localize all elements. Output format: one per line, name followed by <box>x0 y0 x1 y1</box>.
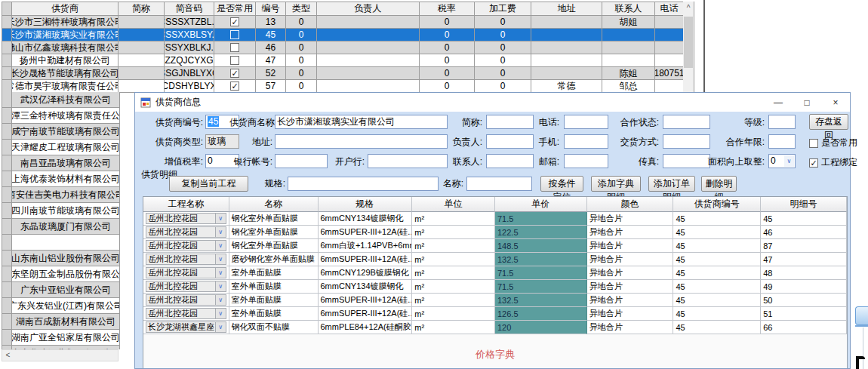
grid-cell[interactable]: 45 <box>673 307 761 321</box>
grid-cell[interactable]: 120 <box>495 321 587 334</box>
grid-cell[interactable]: m² <box>412 253 495 266</box>
project-combobox[interactable]: 岳州北控花园∨ <box>146 308 226 319</box>
list-item[interactable]: 广东兴发铝业(江西)有限公司 <box>2 298 120 314</box>
column-header[interactable]: 税率 <box>420 2 475 16</box>
spec-filter-field[interactable] <box>288 177 439 191</box>
column-header[interactable]: 是否常用 <box>214 2 256 16</box>
grid-row[interactable]: 岳州北控花园∨钢化室外单面贴膜6mm白玻+1.14PVB+6mm...m²148… <box>143 239 847 253</box>
project-bind-checkbox[interactable]: ✓ 工程绑定 <box>809 156 857 169</box>
list-item[interactable]: 湘潭三金特种玻璃有限责任公司 <box>2 108 120 124</box>
list-item[interactable]: 湖南广亚全铝家居有限公司 <box>2 330 120 346</box>
project-combobox[interactable]: 长沙龙湖祺鑫星座∨ <box>146 321 226 333</box>
chevron-down-icon[interactable]: ∨ <box>216 254 226 265</box>
list-item[interactable]: 湖南百成新材料有限公司 <box>2 314 120 330</box>
name-filter-field[interactable] <box>466 177 532 191</box>
grid-row[interactable]: 岳州北控花园∨室外单面贴膜6mmSUPER-III+12A(硅...m²132.… <box>143 294 847 307</box>
add-order-detail-button[interactable]: 添加订单明细 <box>648 176 695 192</box>
column-header[interactable]: 供货商 <box>12 2 119 16</box>
grid-cell[interactable]: m² <box>412 321 495 334</box>
grid-cell[interactable]: 87 <box>761 239 847 253</box>
grid-cell[interactable]: 钢化室外单面贴膜 <box>229 239 319 253</box>
list-item[interactable]: 广东坚朗五金制品股份有限公司 <box>2 266 120 282</box>
grid-cell[interactable]: 异地合片 <box>587 212 674 226</box>
common-use-checkbox[interactable] <box>230 56 239 65</box>
grid-cell[interactable]: 48 <box>761 266 847 280</box>
grid-cell[interactable]: 148.5 <box>495 239 587 253</box>
column-header[interactable]: 类型 <box>286 2 317 16</box>
grid-cell[interactable]: 126.5 <box>495 307 587 321</box>
dialog-titlebar[interactable]: 供货商信息 — □ × <box>135 93 850 112</box>
common-use-checkbox[interactable] <box>230 43 239 52</box>
grid-cell[interactable]: 122.5 <box>495 226 587 239</box>
minimize-button[interactable]: — <box>764 93 793 112</box>
grid-cell[interactable]: 132.5 <box>495 253 587 266</box>
grid-column-header[interactable]: 颜色 <box>587 197 674 212</box>
list-item[interactable]: 四川南玻节能玻璃有限公司 <box>2 203 120 219</box>
grid-row[interactable]: 岳州北控花园∨磨砂钢化室外单面贴膜6mmSUPER-III+12A(硅...m²… <box>143 253 847 266</box>
close-button[interactable]: × <box>821 93 850 112</box>
grid-cell[interactable]: 异地合片 <box>587 226 674 239</box>
grid-cell[interactable]: 45 <box>761 212 847 226</box>
list-item[interactable]: 广东中亚铝业有限公司 <box>2 282 120 298</box>
grid-cell[interactable]: 6mmCNY134镀膜钢化 <box>319 280 413 294</box>
vertical-scrollbar[interactable]: ^ <box>683 2 694 92</box>
project-combobox[interactable]: 岳州北控花园∨ <box>146 226 226 238</box>
grid-cell[interactable]: 岳州北控花园∨ <box>143 226 229 239</box>
chevron-down-icon[interactable]: ∨ <box>216 226 226 238</box>
copy-current-project-button[interactable]: 复制当前工程 <box>169 176 248 192</box>
grid-cell[interactable]: 45 <box>673 280 761 294</box>
chevron-down-icon[interactable]: ∨ <box>216 294 226 306</box>
column-header[interactable]: 简音码 <box>165 2 214 16</box>
grid-cell[interactable]: 岳州北控花园∨ <box>143 307 229 321</box>
column-header[interactable]: 负责人 <box>317 2 420 16</box>
grid-cell[interactable]: 45 <box>673 253 761 266</box>
common-use-checkbox[interactable]: ✓ <box>230 69 239 78</box>
grid-cell[interactable]: 71.5 <box>495 266 587 280</box>
list-item[interactable]: 上海优泰装饰材料有限公司 <box>2 171 120 187</box>
background-window-tab[interactable] <box>855 306 868 325</box>
chevron-down-icon[interactable]: ∨ <box>216 308 226 319</box>
grid-cell[interactable]: 异地合片 <box>587 321 674 334</box>
project-combobox[interactable]: 岳州北控花园∨ <box>146 240 226 251</box>
grid-cell[interactable]: 岳州北控花园∨ <box>143 253 229 266</box>
grid-row[interactable]: 岳州北控花园∨钢化室外单面贴膜6mmCNY134镀膜钢化m²71.5异地合片45… <box>143 212 847 226</box>
add-dictionary-detail-button[interactable]: 添加字典明细 <box>591 176 641 192</box>
grid-cell[interactable]: 钢化室外单面贴膜 <box>229 226 319 239</box>
save-return-button[interactable]: 存盘返回 <box>809 114 848 130</box>
grid-cell[interactable]: 钢化室外单面贴膜 <box>229 212 319 226</box>
grid-cell[interactable]: m² <box>412 212 495 226</box>
common-use-checkbox[interactable]: ✓ <box>230 17 239 26</box>
grid-cell[interactable]: m² <box>412 239 495 253</box>
grid-cell[interactable]: 46 <box>761 226 847 239</box>
grid-column-header[interactable]: 工程名称 <box>143 197 229 212</box>
manager-field[interactable] <box>486 134 534 149</box>
grid-cell[interactable]: 室外单面贴膜 <box>229 307 319 321</box>
grid-cell[interactable]: 6mmPLE84+12A(硅酮胶... <box>319 321 413 334</box>
grid-cell[interactable]: 50 <box>761 294 847 307</box>
abbr-field[interactable] <box>486 115 534 129</box>
supplier-row[interactable]: 佛山市亿鑫玻璃科技有限公司FSSYXBLKJ...46000 <box>2 42 684 54</box>
list-item[interactable]: 咸宁南玻节能玻璃有限公司 <box>2 124 120 140</box>
column-header[interactable]: 联系人 <box>602 2 655 16</box>
grid-cell[interactable]: 岳州北控花园∨ <box>143 212 229 226</box>
grid-cell[interactable]: 异地合片 <box>587 294 674 307</box>
locate-by-condition-button[interactable]: 按条件定位 <box>540 176 583 192</box>
phone-field[interactable] <box>564 115 608 129</box>
email-field[interactable] <box>564 154 608 168</box>
grid-cell[interactable]: m² <box>412 294 495 307</box>
grid-cell[interactable]: m² <box>412 226 495 239</box>
grid-row[interactable]: 岳州北控花园∨室外单面贴膜6mmSUPER-III+12A(硅...m²126.… <box>143 307 847 321</box>
grid-cell[interactable]: 45 <box>673 294 761 307</box>
grid-cell[interactable]: 66 <box>761 321 847 334</box>
grid-cell[interactable]: 岳州北控花园∨ <box>143 266 229 280</box>
list-item[interactable]: 东晶玻璃厦门有限公司 <box>2 219 120 235</box>
address-field[interactable] <box>275 134 448 149</box>
grid-column-header[interactable]: 供货商编号 <box>673 197 761 212</box>
grid-cell[interactable]: 45 <box>673 321 761 334</box>
grid-cell[interactable]: 异地合片 <box>587 280 674 294</box>
grid-column-header[interactable]: 明细号 <box>761 197 847 212</box>
common-use-checkbox[interactable]: 是否常用 <box>809 137 857 149</box>
grid-cell[interactable]: 6mmSUPER-III+12A(硅... <box>319 226 413 239</box>
scrollbar-thumb[interactable] <box>684 17 693 68</box>
grid-row[interactable]: 岳州北控花园∨钢化室外单面贴膜6mmSUPER-III+12A(硅...m²12… <box>143 226 847 239</box>
